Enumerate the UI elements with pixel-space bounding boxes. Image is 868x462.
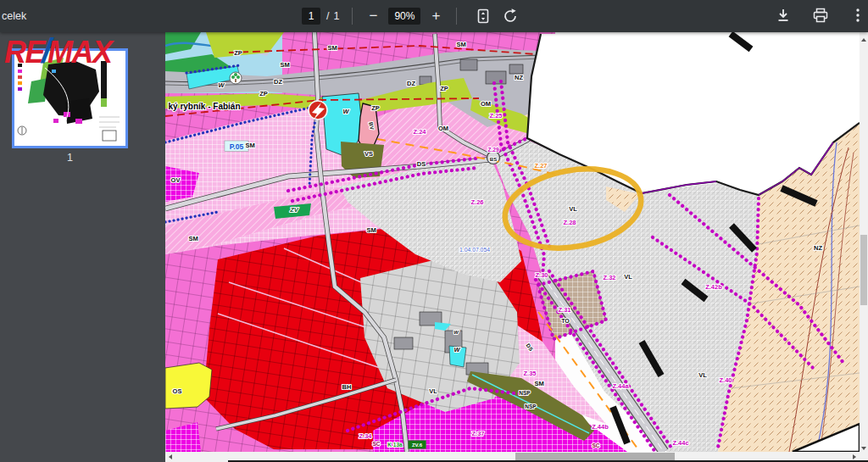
map-label: Z.40 bbox=[719, 376, 732, 384]
page-count: / 1 bbox=[326, 10, 339, 22]
page-number-input[interactable] bbox=[302, 8, 320, 25]
map-label: SM bbox=[327, 44, 337, 52]
map-label: SC bbox=[592, 443, 599, 448]
thumbnail-page-number: 1 bbox=[0, 152, 140, 164]
vertical-scrollbar[interactable] bbox=[860, 32, 868, 462]
remax-logo: RE/MAX bbox=[4, 34, 111, 69]
map-label: NSP bbox=[525, 404, 537, 409]
map-viewport[interactable]: ký rybník - FabiánP.05Z.24Z.25Z.26Z.27Z.… bbox=[165, 32, 860, 452]
map-label: SM bbox=[456, 41, 465, 48]
page-total: 1 bbox=[333, 10, 339, 22]
pdf-toolbar: celek / 1 − 90% + bbox=[0, 0, 868, 32]
remax-logo-max: MAX bbox=[47, 35, 112, 70]
zoom-out-button[interactable]: − bbox=[365, 8, 381, 25]
toolbar-divider bbox=[352, 8, 353, 25]
zoom-level-field[interactable]: 90% bbox=[388, 8, 420, 25]
map-label: 1.04.07.054 bbox=[459, 247, 490, 253]
map-label: ký rybník - Fabián bbox=[168, 102, 240, 111]
print-button[interactable] bbox=[811, 6, 830, 25]
page-zoom-controls: / 1 − 90% + bbox=[302, 8, 524, 25]
map-label: DZ bbox=[274, 78, 282, 86]
map-label: OM bbox=[438, 125, 448, 132]
map-label: Z.35 bbox=[523, 370, 536, 377]
map-label: ZV.6 bbox=[412, 443, 423, 448]
map-label: Z.32 bbox=[603, 274, 615, 281]
map-label: Z.26 bbox=[470, 198, 483, 206]
rotate-icon bbox=[502, 8, 519, 25]
thumbnail-sidebar: 1 bbox=[0, 32, 165, 462]
map-label: ZV bbox=[289, 206, 299, 214]
map-label: ZP bbox=[234, 49, 242, 57]
scroll-up-arrow-icon[interactable] bbox=[861, 38, 866, 42]
map-label: Z.44c bbox=[672, 439, 688, 447]
toolbar-divider bbox=[456, 8, 457, 25]
map-label: ZP bbox=[371, 104, 380, 112]
scroll-right-arrow-icon[interactable] bbox=[853, 454, 856, 459]
map-label: W bbox=[218, 81, 225, 89]
map-label: SM bbox=[245, 142, 254, 149]
map-label: W bbox=[342, 108, 349, 115]
map-label: TO bbox=[561, 318, 570, 324]
map-label: Z.25 bbox=[489, 112, 502, 120]
download-button[interactable] bbox=[774, 6, 793, 25]
map-label: W bbox=[453, 346, 460, 353]
map-label: BS bbox=[490, 157, 497, 162]
scroll-down-arrow-icon[interactable] bbox=[861, 447, 866, 450]
map-label: SM bbox=[366, 226, 376, 234]
map-label: VS bbox=[364, 150, 373, 158]
map-label: ZP bbox=[259, 90, 268, 97]
map-label: NSP bbox=[519, 390, 531, 396]
zoning-map: ký rybník - FabiánP.05Z.24Z.25Z.26Z.27Z.… bbox=[165, 32, 860, 452]
park-icon bbox=[230, 72, 242, 84]
map-label: ZP bbox=[440, 85, 448, 92]
map-label: SM bbox=[534, 380, 543, 387]
vertical-scrollbar-thumb[interactable] bbox=[860, 235, 867, 305]
map-label: Z.42b bbox=[705, 283, 722, 291]
map-label: VL bbox=[698, 371, 707, 379]
map-label: DZ bbox=[407, 80, 415, 87]
rotate-button[interactable] bbox=[501, 7, 520, 25]
more-options-button[interactable] bbox=[849, 6, 867, 25]
map-label: P.05 bbox=[230, 142, 244, 151]
map-label: Z.44b bbox=[592, 423, 609, 431]
map-label: NZ bbox=[814, 244, 822, 252]
map-label: Z.34 bbox=[359, 432, 372, 440]
fit-to-page-button[interactable] bbox=[474, 7, 492, 25]
map-label: VL bbox=[569, 205, 577, 213]
map-label: OS bbox=[173, 387, 182, 395]
lightning-pin-icon[interactable] bbox=[309, 101, 327, 120]
more-options-icon bbox=[849, 6, 867, 25]
map-label: K 13a bbox=[387, 442, 403, 448]
map-label: NZ bbox=[515, 74, 523, 81]
zoom-in-button[interactable]: + bbox=[428, 8, 443, 25]
download-icon bbox=[774, 6, 793, 25]
map-label: DS bbox=[417, 160, 426, 168]
map-label: Z.29 bbox=[487, 147, 498, 153]
map-label: Z.30 bbox=[535, 271, 548, 279]
map-label: Z.28 bbox=[563, 219, 576, 226]
map-label: SM bbox=[188, 235, 198, 242]
map-label: OM bbox=[481, 100, 491, 108]
map-label: Z.27 bbox=[534, 162, 547, 170]
map-label: VL bbox=[429, 387, 437, 395]
fit-to-page-icon bbox=[475, 8, 492, 25]
page-separator: / bbox=[326, 10, 329, 22]
toolbar-right-actions bbox=[770, 6, 868, 25]
map-label: Z.31 bbox=[558, 306, 570, 314]
map-label: BH bbox=[342, 383, 352, 391]
map-label: OV bbox=[171, 176, 181, 184]
map-label: Z.37 bbox=[471, 430, 484, 437]
map-label: VL bbox=[624, 273, 632, 281]
scroll-left-arrow-icon[interactable] bbox=[169, 454, 172, 459]
print-icon bbox=[811, 6, 830, 25]
map-label: SM bbox=[280, 61, 289, 69]
map-label: SC bbox=[372, 441, 380, 447]
remax-logo-re: RE bbox=[4, 35, 44, 70]
map-label: Z.24 bbox=[413, 128, 426, 136]
map-label: Z.44a bbox=[612, 382, 629, 390]
document-title: celek bbox=[2, 10, 26, 22]
